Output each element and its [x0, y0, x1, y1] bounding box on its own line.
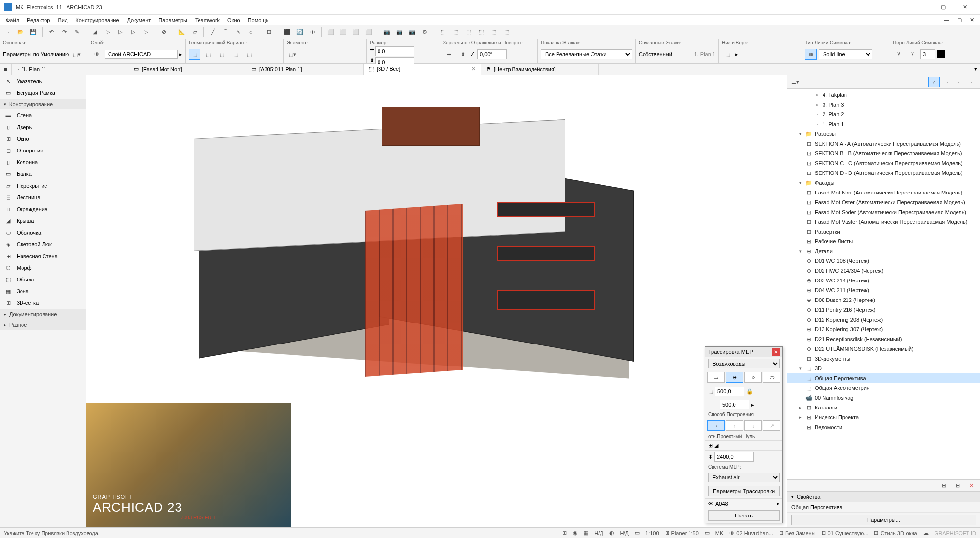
toolgroup-misc[interactable]: Разное [0, 320, 86, 330]
tree-schedules[interactable]: ⊞Ведомости [787, 422, 980, 432]
sb-replace[interactable]: ⊞ Без Замены [779, 530, 816, 536]
tree-worksheets[interactable]: ⊞Рабочие Листы [787, 237, 980, 246]
redo-icon[interactable]: ↷ [58, 27, 70, 38]
tree-story-1[interactable]: ▫1. Plan 1 [787, 119, 980, 129]
tab-3d[interactable]: ⬚[3D / Все]✕ [364, 64, 481, 75]
sb-planer[interactable]: ⊞ Planer 1:50 [665, 530, 699, 536]
tree-sec-d[interactable]: ⊡SEKTION D - D (Автоматически Перестраив… [787, 168, 980, 178]
line-icon[interactable]: ╱ [207, 27, 219, 38]
dim2-input[interactable] [720, 400, 749, 409]
start-routing-button[interactable]: Начать [708, 510, 780, 521]
tree-el-w[interactable]: ⊡Fasad Mot Väster (Автоматически Перестр… [787, 217, 980, 227]
tool-mesh[interactable]: ⊞3D-сетка [0, 297, 86, 309]
properties-button[interactable]: Параметры... [791, 515, 976, 525]
basic-settings-icon[interactable]: ⬚▾ [71, 49, 83, 60]
tab-layout[interactable]: ▭[A305:011 Plan 1] [246, 64, 364, 75]
sb-exist[interactable]: ⊞ 01 Существую... [822, 530, 869, 536]
tree-d03[interactable]: ⊕D03 WC 214 (Чертеж) [787, 276, 980, 285]
mep-d-icon[interactable]: ⬚ [475, 27, 487, 38]
height-input[interactable] [714, 452, 754, 462]
tool-roof[interactable]: ◢Крыша [0, 215, 86, 227]
tree-camera-00[interactable]: 📹00 Namnlös väg [787, 393, 980, 403]
menu-design[interactable]: Конструирование [71, 16, 123, 24]
sb-3dstyle[interactable]: ⊞ Стиль 3D-окна [874, 530, 917, 536]
menu-view[interactable]: Вид [54, 16, 71, 24]
chevron-right-icon[interactable]: ▸ [777, 500, 780, 507]
tool-marquee[interactable]: ▭Бегущая Рамка [0, 87, 86, 99]
dir-down[interactable]: ↓ [744, 420, 762, 431]
nav-view-icon[interactable]: ▫ [941, 77, 953, 87]
nav-project-icon[interactable]: ⌂ [928, 77, 940, 87]
tree-perspective[interactable]: ⬚Общая Перспектива [787, 373, 980, 383]
explore-icon[interactable]: 👁 [307, 27, 318, 38]
shape-opt-2[interactable]: ⊕ [726, 372, 743, 383]
tree-sec-a[interactable]: ⊡SEKTION A - A (Автоматически Перестраив… [787, 139, 980, 149]
tool-shell[interactable]: ⬭Оболочка [0, 227, 86, 238]
toolgroup-doc[interactable]: Документирование [0, 309, 86, 320]
tab-action[interactable]: ⚑[Центр Взаимодействия] [481, 64, 599, 75]
pick-icon[interactable]: ✎ [71, 27, 83, 38]
sb-opt-e[interactable]: ▭ [635, 530, 640, 536]
open3d-icon[interactable]: ⬛ [281, 27, 293, 38]
tree-catalogs[interactable]: ▸⊞Каталоги [787, 403, 980, 412]
tool-zone[interactable]: ▦Зона [0, 285, 86, 297]
sb-story[interactable]: 👁 02 Huvudhan... [729, 530, 773, 536]
shape-opt-1[interactable]: ▭ [707, 372, 725, 383]
tree-d13[interactable]: ⊕D13 Kopiering 307 (Чертеж) [787, 324, 980, 334]
measure-icon[interactable]: 📐 [176, 27, 188, 38]
topbot-more-icon[interactable]: ▸ [735, 51, 738, 58]
mdi-restore[interactable]: ▢ [953, 16, 966, 24]
tree-sec-c[interactable]: ⊡SEKTION C - C (Автоматически Перестраив… [787, 158, 980, 168]
mdi-minimize[interactable]: — [940, 16, 953, 24]
tree-el-e[interactable]: ⊡Fasad Mot Öster (Автоматически Перестра… [787, 197, 980, 207]
menu-file[interactable]: Файл [2, 16, 23, 24]
tool-wall[interactable]: ▬Стена [0, 109, 86, 121]
nav-menu-icon[interactable]: ☰▾ [789, 77, 801, 87]
nav-action-b-icon[interactable]: ⊞ [952, 480, 963, 491]
pen-icon-b[interactable]: ⊻ [907, 49, 918, 60]
tab-nav-menu[interactable]: ≡ [0, 64, 12, 75]
tree-d11[interactable]: ⊕D11 Pentry 216 (Чертеж) [787, 305, 980, 315]
shape-opt-4[interactable]: ⬭ [763, 372, 780, 383]
toggle-a-icon[interactable]: ▷ [102, 27, 113, 38]
tree-elevations[interactable]: ▾📁Фасады [787, 178, 980, 188]
tool-curtainwall[interactable]: ⊞Навесная Стена [0, 250, 86, 262]
tab-close-icon[interactable]: ✕ [471, 66, 476, 72]
tool-slab[interactable]: ▱Перекрытие [0, 180, 86, 192]
toolgroup-design[interactable]: Конструирование [0, 99, 86, 109]
save-icon[interactable]: 💾 [27, 27, 39, 38]
sb-mk[interactable]: MK [715, 530, 724, 536]
mep-system-type-select[interactable]: Воздуховоды [708, 359, 780, 368]
mirror-v-icon[interactable]: ⬍ [457, 49, 468, 60]
layer-value[interactable]: Слой ARCHICAD [105, 50, 178, 59]
cam-d-icon[interactable]: ⚙ [419, 27, 431, 38]
sb-scale[interactable]: 1:100 [646, 530, 659, 536]
tool-morph[interactable]: ⬡Морф [0, 262, 86, 274]
dir-up[interactable]: ↑ [726, 420, 743, 431]
collapse-icon[interactable]: ▾ [797, 131, 803, 136]
tree-sections[interactable]: ▾📁Разрезы [787, 129, 980, 139]
geom-opt-3[interactable]: ⬚ [216, 49, 228, 60]
tree-story-4[interactable]: ▫4. Takplan [787, 90, 980, 100]
tab-plan1[interactable]: ▫[1. Plan 1] [12, 64, 129, 75]
palette-close-icon[interactable]: ✕ [772, 348, 780, 356]
tool-pointer[interactable]: ↖Указатель [0, 75, 86, 87]
pen-color-icon[interactable] [937, 50, 945, 58]
menu-help[interactable]: Помощь [244, 16, 273, 24]
tree-d21[interactable]: ⊕D21 Receptionsdisk (Независимый) [787, 334, 980, 344]
linetype-select[interactable]: Solid line [819, 49, 872, 59]
element-icon[interactable]: ⬚▾ [287, 49, 298, 60]
tree-d02[interactable]: ⊕D02 HWC 204/304 (Чертеж) [787, 266, 980, 276]
chevron-right-icon[interactable]: ▸ [179, 51, 182, 58]
eye-icon[interactable]: 👁 [708, 501, 713, 507]
maximize-button[interactable]: ▢ [932, 0, 954, 15]
tree-d12[interactable]: ⊕D12 Kopiering 208 (Чертеж) [787, 315, 980, 324]
spline-icon[interactable]: ∿ [232, 27, 244, 38]
tree-3d[interactable]: ▾⬚3D [787, 364, 980, 373]
menu-parameters[interactable]: Параметры [155, 16, 191, 24]
linetype-icon[interactable]: ≋ [805, 49, 817, 60]
tree-el-n[interactable]: ⊡Fasad Mot Norr (Автоматически Перестраи… [787, 188, 980, 197]
tree-sec-b[interactable]: ⊡SEKTION B - B (Автоматически Перестраив… [787, 149, 980, 158]
tree-story-2[interactable]: ▫2. Plan 2 [787, 109, 980, 119]
sb-brand[interactable]: GRAPHISOFT ID [935, 530, 976, 536]
